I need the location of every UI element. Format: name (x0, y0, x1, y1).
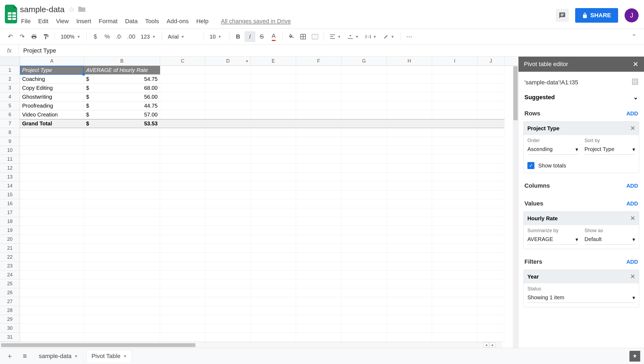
cell[interactable] (432, 262, 477, 270)
cell[interactable] (84, 270, 160, 279)
column-header-E[interactable]: E (251, 57, 296, 66)
cell[interactable] (160, 75, 205, 84)
cell[interactable] (205, 181, 251, 190)
cell[interactable]: Proofreading (20, 101, 84, 110)
cell[interactable] (251, 333, 296, 342)
cell[interactable] (205, 173, 251, 181)
cell[interactable] (20, 164, 84, 173)
row-header-27[interactable]: 27 (0, 297, 20, 306)
cell[interactable] (205, 226, 251, 235)
cell[interactable] (160, 297, 205, 306)
cell[interactable] (20, 324, 84, 333)
bold-button[interactable]: B (233, 31, 243, 42)
cell[interactable] (84, 297, 160, 306)
cell[interactable] (160, 226, 205, 235)
cell[interactable] (387, 119, 432, 128)
spreadsheet-grid[interactable]: ABCD▼EFGHIJ 1234567891011121314151617181… (0, 57, 518, 348)
cell[interactable] (387, 101, 432, 110)
cell[interactable] (387, 128, 432, 137)
cell[interactable] (160, 101, 205, 110)
cell[interactable] (387, 66, 432, 75)
cell[interactable]: Grand Total (20, 119, 84, 128)
remove-filter-icon[interactable]: ✕ (630, 273, 635, 280)
cell[interactable] (205, 137, 251, 146)
cell[interactable] (341, 306, 387, 315)
cell[interactable] (251, 244, 296, 253)
cell[interactable] (296, 101, 341, 110)
cell[interactable] (84, 306, 160, 315)
row-header-2[interactable]: 2 (0, 75, 20, 84)
cell[interactable] (296, 208, 341, 217)
cell[interactable] (251, 164, 296, 173)
cell[interactable] (477, 92, 504, 101)
cell[interactable] (477, 101, 504, 110)
cell[interactable] (84, 128, 160, 137)
cell[interactable] (251, 279, 296, 288)
remove-row-icon[interactable]: ✕ (630, 125, 635, 132)
row-header-20[interactable]: 20 (0, 235, 20, 244)
italic-button[interactable]: I (245, 31, 255, 42)
cell[interactable] (205, 333, 251, 342)
cell[interactable] (160, 279, 205, 288)
cell[interactable] (84, 137, 160, 146)
suggested-toggle[interactable]: Suggested ⌄ (523, 93, 639, 108)
cell[interactable] (296, 199, 341, 208)
column-header-F[interactable]: F (296, 57, 341, 66)
row-header-1[interactable]: 1 (0, 66, 20, 75)
cell[interactable] (205, 92, 251, 101)
zoom-select[interactable]: 100%▼ (58, 34, 83, 40)
row-header-3[interactable]: 3 (0, 84, 20, 92)
cell[interactable] (251, 315, 296, 324)
font-size-select[interactable]: 10▼ (207, 34, 226, 40)
cell[interactable] (20, 181, 84, 190)
column-header-A[interactable]: A (20, 57, 84, 66)
row-header-29[interactable]: 29 (0, 315, 20, 324)
cell[interactable] (251, 119, 296, 128)
cell[interactable] (387, 253, 432, 262)
cell[interactable] (341, 244, 387, 253)
cell[interactable] (205, 119, 251, 128)
menu-insert[interactable]: Insert (76, 18, 91, 25)
cell[interactable] (296, 75, 341, 84)
cell[interactable] (296, 333, 341, 342)
cell[interactable] (205, 164, 251, 173)
cell[interactable] (432, 146, 477, 155)
explore-button[interactable] (629, 351, 640, 362)
cell[interactable] (432, 306, 477, 315)
h-align-button[interactable]: ▼ (327, 34, 344, 39)
cell[interactable] (477, 146, 504, 155)
cell[interactable] (296, 110, 341, 119)
redo-button[interactable]: ↷ (17, 31, 28, 42)
cell[interactable] (251, 199, 296, 208)
cell[interactable] (341, 92, 387, 101)
cell[interactable] (387, 190, 432, 199)
cell[interactable] (296, 119, 341, 128)
undo-button[interactable]: ↶ (5, 31, 16, 42)
cell[interactable] (432, 244, 477, 253)
cell[interactable] (20, 288, 84, 297)
cell[interactable] (432, 315, 477, 324)
cell[interactable] (296, 155, 341, 164)
cell[interactable] (160, 110, 205, 119)
cell[interactable] (84, 173, 160, 181)
cell[interactable] (84, 244, 160, 253)
cell[interactable]: $54.75 (84, 75, 160, 84)
cell[interactable] (84, 262, 160, 270)
cell[interactable] (296, 173, 341, 181)
cell[interactable] (20, 226, 84, 235)
cell[interactable] (84, 324, 160, 333)
wrap-button[interactable]: ▼ (363, 34, 379, 39)
row-header-19[interactable]: 19 (0, 226, 20, 235)
cell[interactable] (432, 217, 477, 226)
cell[interactable] (160, 315, 205, 324)
cell[interactable] (296, 181, 341, 190)
cell[interactable] (205, 155, 251, 164)
row-header-6[interactable]: 6 (0, 110, 20, 119)
cell[interactable] (387, 84, 432, 92)
cell[interactable] (477, 217, 504, 226)
cell[interactable] (477, 235, 504, 244)
cell[interactable] (84, 208, 160, 217)
formula-input[interactable]: Project Type (19, 47, 644, 54)
cell[interactable] (341, 137, 387, 146)
cell[interactable] (296, 279, 341, 288)
